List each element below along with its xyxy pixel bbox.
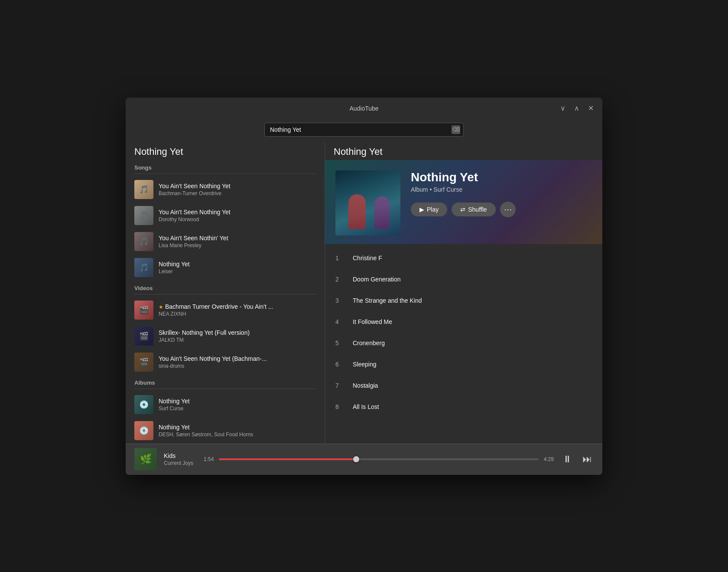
song-title-3: You Ain't Seen Nothin' Yet [159, 235, 303, 242]
search-input[interactable] [264, 123, 464, 137]
progress-bar[interactable] [219, 458, 538, 460]
app-title: AudioTube [349, 105, 378, 112]
track-num-5: 5 [335, 340, 346, 346]
player-album-art: 🌿 [134, 448, 157, 471]
title-bar: AudioTube ∨ ∧ ✕ [126, 98, 602, 119]
album-art [335, 170, 400, 235]
video-item-3[interactable]: 🎬 You Ain't Seen Nothing Yet (Bachman-..… [126, 349, 325, 375]
play-label: Play [427, 206, 439, 213]
video-info-3: You Ain't Seen Nothing Yet (Bachman-... … [159, 355, 303, 369]
right-panel: Nothing Yet Nothing Yet Album • Surf Cur… [325, 142, 602, 444]
skip-forward-button[interactable]: ⏭ [581, 452, 594, 467]
video-item-2[interactable]: 🎬 Skrillex- Nothing Yet (Full version) J… [126, 323, 325, 349]
song-thumb-2: 🎵 [134, 206, 153, 225]
song-info-2: You Ain't Seen Nothing Yet Dorothy Norwo… [159, 209, 303, 222]
album-meta: Album • Surf Curse [411, 186, 592, 193]
video-thumb-1: 🎬 [134, 301, 153, 320]
left-panel-header: Nothing Yet [126, 142, 325, 160]
player-current-time: 1:54 [204, 456, 214, 462]
albums-section-label: Albums [126, 375, 325, 389]
song-title-2: You Ain't Seen Nothing Yet [159, 209, 303, 216]
song-artist-1: Bachman-Turner Overdrive [159, 190, 303, 196]
albums-divider [134, 389, 316, 389]
search-clear-button[interactable]: ⌫ [452, 125, 460, 134]
minimize-button[interactable]: ∨ [559, 104, 567, 113]
play-icon: ▶ [419, 206, 424, 213]
album-info: Nothing Yet Album • Surf Curse ▶ Play ⇄ … [411, 170, 592, 217]
track-name-5: Cronenberg [353, 340, 579, 346]
video-thumb-3: 🎬 [134, 353, 153, 372]
shuffle-button[interactable]: ⇄ Shuffle [452, 203, 495, 216]
video-item-1[interactable]: 🎬 ★Bachman Turner Overdrive - You Ain't … [126, 297, 325, 323]
songs-section-label: Songs [126, 160, 325, 173]
videos-divider [134, 294, 316, 294]
album-thumb-2: 💿 [134, 421, 153, 440]
progress-fill [219, 458, 356, 460]
pause-button[interactable]: ⏸ [561, 452, 574, 467]
track-row-2[interactable]: 2 Doom Generation ··· [325, 269, 602, 290]
track-num-6: 6 [335, 361, 346, 368]
track-row-6[interactable]: 6 Sleeping ··· [325, 354, 602, 375]
album-artist-2: DESH, Søren Søstrom, Soul Food Horns [159, 431, 303, 438]
track-num-7: 7 [335, 382, 346, 389]
video-info-1: ★Bachman Turner Overdrive - You Ain't ..… [159, 303, 303, 317]
track-name-6: Sleeping [353, 361, 579, 368]
play-button[interactable]: ▶ Play [411, 203, 447, 216]
song-info-1: You Ain't Seen Nothing Yet Bachman-Turne… [159, 183, 303, 196]
right-panel-header: Nothing Yet [325, 142, 602, 160]
track-row-5[interactable]: 5 Cronenberg ··· [325, 333, 602, 354]
right-panel-content: Nothing Yet Album • Surf Curse ▶ Play ⇄ … [325, 160, 602, 444]
video-badge-1: ★ [159, 304, 163, 310]
maximize-button[interactable]: ∧ [572, 104, 581, 113]
song-item-2[interactable]: 🎵 You Ain't Seen Nothing Yet Dorothy Nor… [126, 203, 325, 229]
album-art-visual [335, 170, 400, 235]
track-name-1: Christine F [353, 255, 579, 261]
video-channel-2: JALKD TM [159, 337, 303, 343]
main-area: Nothing Yet Songs 🎵 You Ain't Seen Nothi… [126, 142, 602, 444]
player-bar: 🌿 Kids Current Joys 1:54 4:29 ⏸ ⏭ [126, 444, 602, 475]
song-item-1[interactable]: 🎵 You Ain't Seen Nothing Yet Bachman-Tur… [126, 177, 325, 203]
album-artist-1: Surf Curse [159, 405, 303, 412]
track-row-8[interactable]: 8 All Is Lost ··· [325, 396, 602, 418]
song-info-4: Nothing Yet Leiser [159, 261, 303, 275]
track-row-3[interactable]: 3 The Strange and the Kind ··· [325, 290, 602, 311]
track-name-8: All Is Lost [353, 403, 579, 410]
video-title-1: ★Bachman Turner Overdrive - You Ain't ..… [159, 303, 303, 310]
track-num-3: 3 [335, 297, 346, 304]
track-name-3: The Strange and the Kind [353, 297, 579, 304]
album-title-1: Nothing Yet [159, 398, 303, 405]
shuffle-icon: ⇄ [460, 206, 465, 213]
player-track-title: Kids [164, 452, 193, 459]
video-thumb-2: 🎬 [134, 327, 153, 346]
progress-thumb [353, 456, 359, 462]
song-info-3: You Ain't Seen Nothin' Yet Lisa Marie Pr… [159, 235, 303, 248]
album-title: Nothing Yet [411, 170, 592, 184]
close-button[interactable]: ✕ [586, 104, 595, 113]
window-controls: ∨ ∧ ✕ [559, 104, 595, 113]
left-panel: Nothing Yet Songs 🎵 You Ain't Seen Nothi… [126, 142, 325, 444]
video-channel-1: NEA ZIXNH [159, 311, 303, 317]
track-row-4[interactable]: 4 It Followed Me ··· [325, 311, 602, 333]
player-progress-area: 1:54 4:29 [204, 456, 554, 462]
song-item-3[interactable]: 🎵 You Ain't Seen Nothin' Yet Lisa Marie … [126, 229, 325, 255]
song-title-1: You Ain't Seen Nothing Yet [159, 183, 303, 190]
song-artist-3: Lisa Marie Presley [159, 242, 303, 248]
track-name-2: Doom Generation [353, 276, 579, 283]
shuffle-label: Shuffle [468, 206, 487, 213]
track-num-2: 2 [335, 276, 346, 283]
album-item-2[interactable]: 💿 Nothing Yet DESH, Søren Søstrom, Soul … [126, 418, 325, 444]
songs-divider [134, 173, 316, 174]
search-bar: ⌫ [126, 119, 602, 142]
search-input-wrapper: ⌫ [264, 123, 464, 137]
video-info-2: Skrillex- Nothing Yet (Full version) JAL… [159, 329, 303, 343]
track-row-7[interactable]: 7 Nostalgia ··· [325, 375, 602, 396]
video-title-2: Skrillex- Nothing Yet (Full version) [159, 329, 303, 336]
song-item-4[interactable]: 🎵 Nothing Yet Leiser ··· [126, 255, 325, 281]
track-row-1[interactable]: 1 Christine F ··· [325, 248, 602, 269]
album-hero: Nothing Yet Album • Surf Curse ▶ Play ⇄ … [325, 160, 602, 244]
album-info-1: Nothing Yet Surf Curse [159, 398, 303, 412]
song-thumb-4: 🎵 [134, 258, 153, 277]
album-item-1[interactable]: 💿 Nothing Yet Surf Curse ··· [126, 392, 325, 418]
song-artist-4: Leiser [159, 268, 303, 275]
album-more-button[interactable]: ⋯ [500, 202, 516, 217]
